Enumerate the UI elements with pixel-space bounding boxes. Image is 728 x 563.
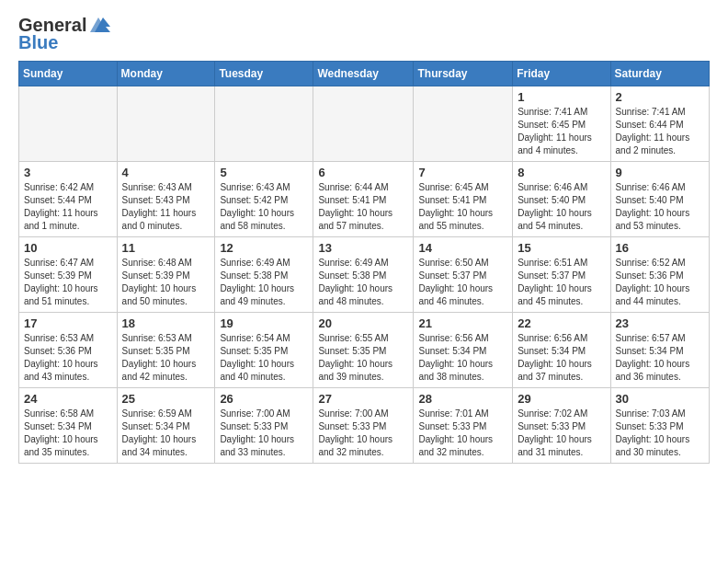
day-info: Sunrise: 6:49 AMSunset: 5:38 PMDaylight:…	[318, 257, 408, 308]
day-number: 5	[220, 166, 308, 179]
calendar-cell: 1Sunrise: 7:41 AMSunset: 6:45 PMDaylight…	[513, 86, 610, 162]
calendar-cell: 19Sunrise: 6:54 AMSunset: 5:35 PMDayligh…	[215, 313, 313, 388]
day-info: Sunrise: 6:54 AMSunset: 5:35 PMDaylight:…	[220, 332, 308, 384]
day-number: 3	[24, 166, 112, 179]
day-number: 26	[220, 392, 308, 406]
calendar-week-row: 10Sunrise: 6:47 AMSunset: 5:39 PMDayligh…	[19, 237, 710, 313]
calendar-header-row: SundayMondayTuesdayWednesdayThursdayFrid…	[19, 62, 710, 86]
day-info: Sunrise: 6:58 AMSunset: 5:34 PMDaylight:…	[24, 408, 112, 459]
day-info: Sunrise: 6:50 AMSunset: 5:37 PMDaylight:…	[418, 257, 507, 308]
day-number: 4	[122, 166, 210, 179]
calendar-cell: 8Sunrise: 6:46 AMSunset: 5:40 PMDaylight…	[513, 162, 610, 237]
day-number: 22	[518, 316, 605, 330]
weekday-header: Monday	[117, 62, 215, 86]
day-number: 23	[616, 316, 704, 330]
calendar-cell: 11Sunrise: 6:48 AMSunset: 5:39 PMDayligh…	[117, 237, 215, 313]
calendar-cell: 14Sunrise: 6:50 AMSunset: 5:37 PMDayligh…	[414, 237, 513, 313]
day-number: 17	[24, 316, 112, 330]
weekday-header: Sunday	[19, 62, 118, 86]
calendar-cell: 9Sunrise: 6:46 AMSunset: 5:40 PMDaylight…	[610, 162, 709, 237]
day-number: 13	[318, 241, 408, 255]
weekday-header: Thursday	[414, 62, 513, 86]
day-number: 30	[616, 392, 704, 406]
calendar-cell: 17Sunrise: 6:53 AMSunset: 5:36 PMDayligh…	[19, 313, 118, 388]
day-info: Sunrise: 7:41 AMSunset: 6:44 PMDaylight:…	[616, 106, 704, 157]
calendar-cell: 30Sunrise: 7:03 AMSunset: 5:33 PMDayligh…	[610, 388, 709, 464]
calendar-cell: 25Sunrise: 6:59 AMSunset: 5:34 PMDayligh…	[117, 388, 215, 464]
day-info: Sunrise: 6:45 AMSunset: 5:41 PMDaylight:…	[418, 181, 507, 233]
calendar-cell: 20Sunrise: 6:55 AMSunset: 5:35 PMDayligh…	[313, 313, 414, 388]
day-number: 16	[616, 241, 704, 255]
day-number: 19	[220, 316, 308, 330]
weekday-header: Friday	[513, 62, 610, 86]
day-info: Sunrise: 7:00 AMSunset: 5:33 PMDaylight:…	[318, 408, 408, 459]
day-number: 9	[616, 166, 704, 179]
calendar-week-row: 24Sunrise: 6:58 AMSunset: 5:34 PMDayligh…	[19, 388, 710, 464]
calendar-cell: 28Sunrise: 7:01 AMSunset: 5:33 PMDayligh…	[414, 388, 513, 464]
day-info: Sunrise: 6:55 AMSunset: 5:35 PMDaylight:…	[318, 332, 408, 384]
day-info: Sunrise: 6:43 AMSunset: 5:42 PMDaylight:…	[220, 181, 308, 233]
day-info: Sunrise: 6:56 AMSunset: 5:34 PMDaylight:…	[418, 332, 507, 384]
calendar-cell	[19, 86, 118, 162]
day-number: 18	[122, 316, 210, 330]
day-number: 10	[24, 241, 112, 255]
calendar-cell	[215, 86, 313, 162]
day-number: 14	[418, 241, 507, 255]
calendar-cell: 4Sunrise: 6:43 AMSunset: 5:43 PMDaylight…	[117, 162, 215, 237]
day-number: 29	[518, 392, 605, 406]
day-info: Sunrise: 6:46 AMSunset: 5:40 PMDaylight:…	[616, 181, 704, 233]
day-number: 6	[318, 166, 408, 179]
day-number: 20	[318, 316, 408, 330]
day-number: 21	[418, 316, 507, 330]
svg-marker-1	[90, 17, 103, 32]
weekday-header: Tuesday	[215, 62, 313, 86]
day-number: 24	[24, 392, 112, 406]
weekday-header: Wednesday	[313, 62, 414, 86]
day-info: Sunrise: 6:59 AMSunset: 5:34 PMDaylight:…	[122, 408, 210, 459]
calendar-table: SundayMondayTuesdayWednesdayThursdayFrid…	[18, 61, 710, 464]
calendar-cell: 27Sunrise: 7:00 AMSunset: 5:33 PMDayligh…	[313, 388, 414, 464]
day-info: Sunrise: 6:53 AMSunset: 5:35 PMDaylight:…	[122, 332, 210, 384]
calendar-cell: 21Sunrise: 6:56 AMSunset: 5:34 PMDayligh…	[414, 313, 513, 388]
day-number: 28	[418, 392, 507, 406]
calendar-cell	[117, 86, 215, 162]
day-info: Sunrise: 6:43 AMSunset: 5:43 PMDaylight:…	[122, 181, 210, 233]
calendar-cell: 12Sunrise: 6:49 AMSunset: 5:38 PMDayligh…	[215, 237, 313, 313]
calendar-cell: 16Sunrise: 6:52 AMSunset: 5:36 PMDayligh…	[610, 237, 709, 313]
calendar-wrapper: SundayMondayTuesdayWednesdayThursdayFrid…	[0, 61, 728, 482]
day-number: 15	[518, 241, 605, 255]
calendar-cell: 7Sunrise: 6:45 AMSunset: 5:41 PMDaylight…	[414, 162, 513, 237]
day-info: Sunrise: 6:46 AMSunset: 5:40 PMDaylight:…	[518, 181, 605, 233]
day-info: Sunrise: 6:57 AMSunset: 5:34 PMDaylight:…	[616, 332, 704, 384]
day-info: Sunrise: 6:42 AMSunset: 5:44 PMDaylight:…	[24, 181, 112, 233]
day-info: Sunrise: 7:41 AMSunset: 6:45 PMDaylight:…	[518, 106, 605, 157]
logo-icon	[90, 16, 110, 34]
day-info: Sunrise: 6:49 AMSunset: 5:38 PMDaylight:…	[220, 257, 308, 308]
calendar-cell: 5Sunrise: 6:43 AMSunset: 5:42 PMDaylight…	[215, 162, 313, 237]
day-info: Sunrise: 6:48 AMSunset: 5:39 PMDaylight:…	[122, 257, 210, 308]
day-number: 8	[518, 166, 605, 179]
day-info: Sunrise: 6:47 AMSunset: 5:39 PMDaylight:…	[24, 257, 112, 308]
calendar-week-row: 17Sunrise: 6:53 AMSunset: 5:36 PMDayligh…	[19, 313, 710, 388]
logo-blue: Blue	[18, 32, 58, 53]
calendar-cell	[414, 86, 513, 162]
day-number: 27	[318, 392, 408, 406]
calendar-cell: 15Sunrise: 6:51 AMSunset: 5:37 PMDayligh…	[513, 237, 610, 313]
day-info: Sunrise: 6:44 AMSunset: 5:41 PMDaylight:…	[318, 181, 408, 233]
calendar-cell: 24Sunrise: 6:58 AMSunset: 5:34 PMDayligh…	[19, 388, 118, 464]
calendar-cell: 18Sunrise: 6:53 AMSunset: 5:35 PMDayligh…	[117, 313, 215, 388]
day-info: Sunrise: 7:00 AMSunset: 5:33 PMDaylight:…	[220, 408, 308, 459]
calendar-cell: 10Sunrise: 6:47 AMSunset: 5:39 PMDayligh…	[19, 237, 118, 313]
calendar-week-row: 1Sunrise: 7:41 AMSunset: 6:45 PMDaylight…	[19, 86, 710, 162]
day-number: 7	[418, 166, 507, 179]
day-info: Sunrise: 7:03 AMSunset: 5:33 PMDaylight:…	[616, 408, 704, 459]
calendar-cell: 3Sunrise: 6:42 AMSunset: 5:44 PMDaylight…	[19, 162, 118, 237]
calendar-week-row: 3Sunrise: 6:42 AMSunset: 5:44 PMDaylight…	[19, 162, 710, 237]
calendar-cell: 23Sunrise: 6:57 AMSunset: 5:34 PMDayligh…	[610, 313, 709, 388]
page-header: General Blue	[0, 0, 728, 61]
day-number: 12	[220, 241, 308, 255]
calendar-cell: 2Sunrise: 7:41 AMSunset: 6:44 PMDaylight…	[610, 86, 709, 162]
day-number: 1	[518, 90, 605, 104]
calendar-cell: 6Sunrise: 6:44 AMSunset: 5:41 PMDaylight…	[313, 162, 414, 237]
day-number: 11	[122, 241, 210, 255]
